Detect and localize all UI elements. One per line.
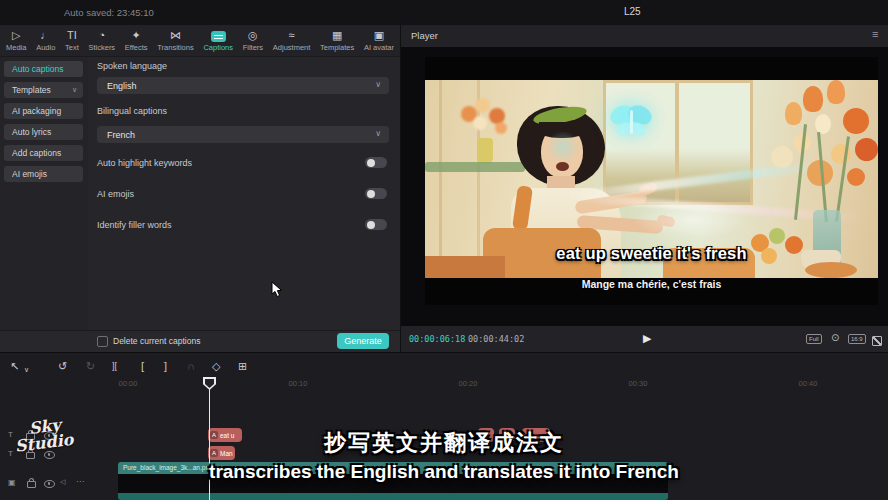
tab-effects[interactable]: ✦Effects [125,29,148,52]
redo-icon[interactable]: ↻ [86,359,95,373]
bilingual-captions-select[interactable]: French ∨ [97,126,389,143]
play-button[interactable]: ▶ [643,332,651,345]
subtitle-english: transcribes the English and translates i… [0,461,888,483]
delete-right-icon[interactable]: ] [164,359,167,373]
select-tool-icon[interactable]: ↖ [10,359,19,373]
adjustment-icon: ≈ [289,29,295,42]
mouse-cursor [271,281,284,298]
tab-audio[interactable]: ♩Audio [36,29,55,52]
media-icon: ▷ [12,29,20,42]
cover-icon[interactable]: ◇ [212,359,220,373]
ruler-label: 00:10 [268,379,328,388]
auto-highlight-keywords-label: Auto highlight keywords [97,158,192,168]
shelf [425,162,525,172]
sidebar-item-templates[interactable]: Templates∨ [4,82,83,98]
fullscreen-icon[interactable] [872,336,882,346]
select-tool-chevron-icon[interactable]: ∨ [24,363,29,377]
player-menu-icon[interactable]: ≡ [872,28,878,40]
media-tabs-bar: ▷Media ♩Audio TIText ◔Stickers ✦Effects … [0,25,400,57]
sidebar-item-ai-emojis[interactable]: AI emojis [4,166,83,182]
ruler-label: 00:00 [98,379,158,388]
ruler-label: 00:20 [438,379,498,388]
sidebar-item-add-captions[interactable]: Add captions [4,145,83,161]
full-preview-button[interactable]: Full [806,334,822,344]
video-preview[interactable]: eat up sweetie it's fresh Mange ma chéri… [425,57,878,305]
spoken-language-select[interactable]: English ∨ [97,77,389,94]
chevron-down-icon: ∨ [375,80,381,89]
sidebar-item-auto-captions[interactable]: Auto captions [4,61,83,77]
sidebar-item-ai-packaging[interactable]: AI packaging [4,103,83,119]
capcut-window: Auto saved: 23:45:10 L25 ▷Media ♩Audio T… [0,0,888,500]
undo-icon[interactable]: ↺ [58,359,67,373]
generate-button[interactable]: Generate [337,333,389,349]
chevron-down-icon: ∨ [375,129,381,138]
tab-adjustment[interactable]: ≈Adjustment [273,29,311,52]
subtitle-chinese: 抄写英文并翻译成法文 [0,428,888,458]
magnet-icon[interactable]: ∩ [187,359,195,373]
ruler-label: 00:40 [778,379,838,388]
tab-filters[interactable]: ◎Filters [243,29,263,52]
chevron-down-icon: ∨ [72,82,77,98]
current-time: 00:00:06:18 [409,334,465,344]
identify-filler-words-label: Identify filler words [97,220,172,230]
playhead-handle[interactable] [203,377,216,390]
tab-templates[interactable]: ▦Templates [320,29,354,52]
filters-icon: ◎ [248,29,258,42]
spoken-language-label: Spoken language [97,61,167,71]
ai-emojis-label: AI emojis [97,189,134,199]
effects-icon: ✦ [132,29,141,42]
face-glow [545,132,581,162]
butterfly-hologram [608,102,654,140]
stickers-icon: ◔ [98,29,105,42]
tab-ai-avatar[interactable]: ▣AI avatar [364,29,394,52]
captions-icon [211,31,226,42]
autosave-status: Auto saved: 23:45:10 [64,7,154,18]
aspect-ratio-button[interactable]: 16:9 [848,334,866,344]
audio-icon: ♩ [40,29,51,42]
light-glow [630,200,750,240]
video-caption-english: eat up sweetie it's fresh [425,244,878,263]
delete-left-icon[interactable]: [ [141,359,144,373]
identify-filler-words-toggle[interactable] [365,219,387,230]
split-icon[interactable]: ][ [112,359,117,373]
tab-stickers[interactable]: ◔Stickers [88,29,115,52]
zoom-fit-icon[interactable]: ⊙ [831,332,839,343]
tab-text[interactable]: TIText [65,29,79,52]
templates-icon: ▦ [332,29,342,42]
bilingual-captions-label: Bilingual captions [97,106,167,116]
auto-caption-tool-icon[interactable]: ⊞ [238,359,247,373]
text-icon: TI [67,29,77,42]
total-duration: 00:00:44:02 [468,334,524,344]
auto-highlight-keywords-toggle[interactable] [365,157,387,168]
ai-emojis-toggle[interactable] [365,188,387,199]
tab-captions[interactable]: Captions [203,30,233,52]
tab-media[interactable]: ▷Media [6,29,26,52]
video-clip-audio [118,493,668,500]
player-header [400,25,888,48]
sidebar-item-auto-lyrics[interactable]: Auto lyrics [4,124,83,140]
woman-mouth [556,162,569,171]
project-title: L25 [624,6,641,17]
vase-left [477,138,493,164]
flower-bouquet-left [459,96,515,140]
player-title: Player [411,30,438,41]
video-caption-french: Mange ma chérie, c'est frais [425,278,878,290]
delete-current-captions-checkbox[interactable] [97,336,108,347]
delete-current-captions-label: Delete current captions [113,336,200,346]
transitions-icon: ⋈ [170,29,181,42]
tab-transitions[interactable]: ⋈Transitions [157,29,193,52]
ruler-label: 00:30 [608,379,668,388]
ai-avatar-icon: ▣ [374,29,384,42]
